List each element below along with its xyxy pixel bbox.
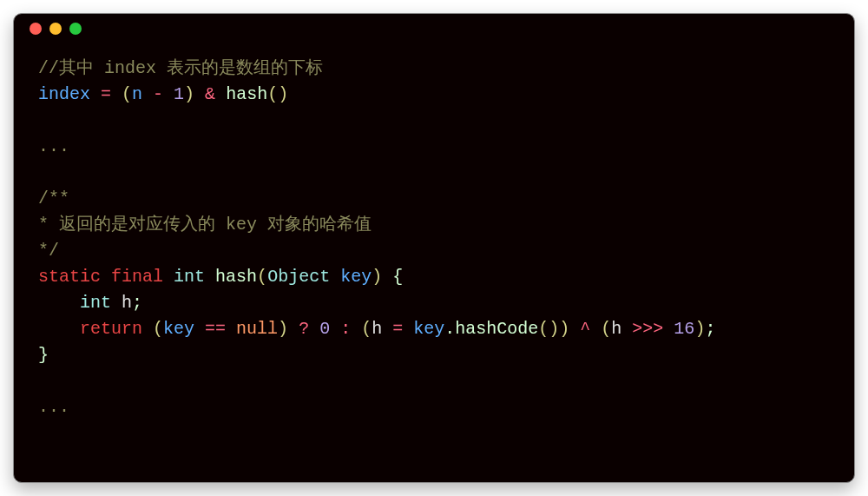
code-area: //其中 index 表示的是数组的下标 index = (n - 1) & h… [14, 43, 854, 433]
code-token: ( [153, 319, 163, 339]
code-token: . [444, 319, 455, 339]
code-token: ? [288, 319, 319, 339]
maximize-icon[interactable] [69, 23, 82, 35]
code-token: { [382, 267, 403, 287]
code-token: 0 [319, 319, 330, 339]
code-token: hashCode [455, 319, 538, 339]
code-indent [38, 293, 80, 313]
code-token: () [538, 319, 559, 339]
code-comment: //其中 index 表示的是数组的下标 [38, 58, 323, 78]
code-token: & [194, 84, 226, 104]
code-token: ) [694, 319, 705, 339]
code-token: h [611, 319, 621, 339]
code-token: int [80, 293, 111, 313]
code-token: h [111, 293, 132, 313]
code-token: = [382, 319, 413, 339]
code-token: - [142, 84, 174, 104]
code-token: ( [122, 84, 132, 104]
code-token: 1 [174, 84, 184, 104]
code-token: ^ [569, 319, 601, 339]
code-token: key [163, 319, 194, 339]
code-token: ) [559, 319, 569, 339]
code-token: ; [132, 293, 142, 313]
code-doc: */ [38, 241, 59, 261]
code-token [142, 319, 153, 339]
code-token: ) [184, 84, 194, 104]
code-indent [38, 319, 80, 339]
code-token: key [413, 319, 444, 339]
code-token: ) [278, 319, 288, 339]
code-token: int [174, 267, 205, 287]
code-token: return [80, 319, 142, 339]
code-token: Object [267, 267, 330, 287]
code-token: hash [226, 84, 267, 104]
minimize-icon[interactable] [49, 23, 62, 35]
code-token: key [340, 267, 372, 287]
code-doc: /** [38, 188, 69, 208]
code-token: index [38, 84, 90, 104]
code-token: 16 [674, 319, 694, 339]
code-doc: * 返回的是对应传入的 key 对象的哈希值 [38, 215, 372, 235]
code-token: = [90, 84, 122, 104]
code-token: : [330, 319, 361, 339]
code-token: } [38, 345, 49, 365]
code-token: () [267, 84, 288, 104]
code-token: ( [361, 319, 372, 339]
code-ellipsis: ... [38, 397, 69, 417]
code-token: static [38, 267, 101, 287]
code-token: == [194, 319, 236, 339]
code-token: ( [257, 267, 267, 287]
code-token: ; [705, 319, 715, 339]
close-icon[interactable] [30, 23, 42, 35]
code-token: final [111, 267, 163, 287]
terminal-window: //其中 index 表示的是数组的下标 index = (n - 1) & h… [13, 13, 855, 483]
code-token: n [132, 84, 142, 104]
code-ellipsis: ... [38, 136, 69, 156]
code-token: ( [601, 319, 611, 339]
code-token: >>> [621, 319, 674, 339]
code-token: h [372, 319, 382, 339]
titlebar [14, 14, 854, 43]
code-token: hash [215, 267, 257, 287]
code-token: ) [372, 267, 382, 287]
code-token: null [236, 319, 278, 339]
